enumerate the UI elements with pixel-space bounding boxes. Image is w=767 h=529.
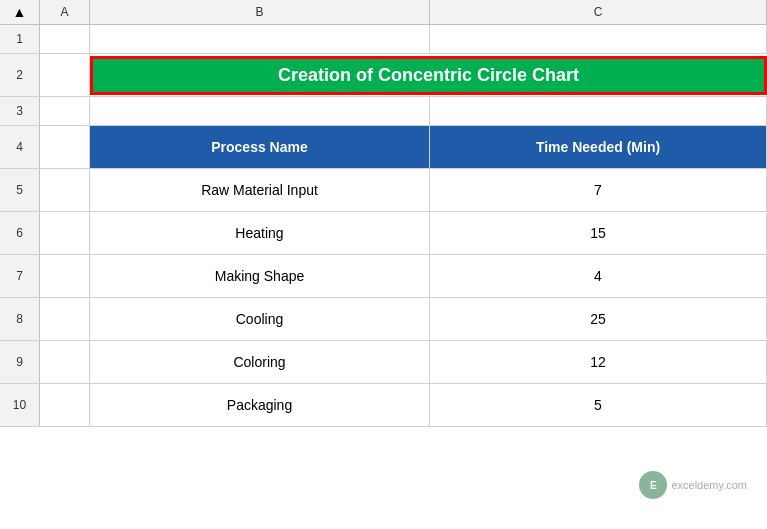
- col-header-b: B: [90, 0, 430, 24]
- row-6: 6 Heating 15: [0, 212, 767, 255]
- cell-5b: Raw Material Input: [90, 169, 430, 211]
- title-text: Creation of Concentric Circle Chart: [278, 65, 579, 85]
- watermark-text: exceldemy.com: [671, 479, 747, 491]
- cell-10a: [40, 384, 90, 426]
- row-8: 8 Cooling 25: [0, 298, 767, 341]
- row-10: 10 Packaging 5: [0, 384, 767, 427]
- corner-icon: ▲: [13, 4, 27, 20]
- row-num-7: 7: [0, 255, 40, 297]
- cell-10b: Packaging: [90, 384, 430, 426]
- row-1: 1: [0, 25, 767, 54]
- row-3: 3: [0, 97, 767, 126]
- cell-1a: [40, 25, 90, 53]
- cell-6a: [40, 212, 90, 254]
- cell-6b: Heating: [90, 212, 430, 254]
- row-num-4: 4: [0, 126, 40, 168]
- cell-10c: 5: [430, 384, 767, 426]
- cell-8c: 25: [430, 298, 767, 340]
- col-header-c: C: [430, 0, 767, 24]
- row-num-9: 9: [0, 341, 40, 383]
- cell-8a: [40, 298, 90, 340]
- cell-3c: [430, 97, 767, 125]
- row-9: 9 Coloring 12: [0, 341, 767, 384]
- cell-5a: [40, 169, 90, 211]
- cell-8b: Cooling: [90, 298, 430, 340]
- cell-6c: 15: [430, 212, 767, 254]
- corner-cell: ▲: [0, 0, 40, 24]
- row-2: 2 Creation of Concentric Circle Chart: [0, 54, 767, 97]
- title-box: Creation of Concentric Circle Chart: [90, 56, 767, 95]
- row-num-8: 8: [0, 298, 40, 340]
- watermark-icon: E: [639, 471, 667, 499]
- col-header-a: A: [40, 0, 90, 24]
- row-num-10: 10: [0, 384, 40, 426]
- cell-9a: [40, 341, 90, 383]
- cell-9b: Coloring: [90, 341, 430, 383]
- cell-7c: 4: [430, 255, 767, 297]
- cell-1b: [90, 25, 430, 53]
- row-5: 5 Raw Material Input 7: [0, 169, 767, 212]
- title-cell: Creation of Concentric Circle Chart: [90, 54, 767, 96]
- row-num-6: 6: [0, 212, 40, 254]
- row-num-3: 3: [0, 97, 40, 125]
- cell-2a: [40, 54, 90, 96]
- table-header-time: Time Needed (Min): [430, 126, 767, 168]
- row-num-5: 5: [0, 169, 40, 211]
- row-num-1: 1: [0, 25, 40, 53]
- cell-3b: [90, 97, 430, 125]
- cell-3a: [40, 97, 90, 125]
- cell-1c: [430, 25, 767, 53]
- cell-4a: [40, 126, 90, 168]
- table-header-process: Process Name: [90, 126, 430, 168]
- spreadsheet: ▲ A B C 1 2 Creation of Concentric Circl…: [0, 0, 767, 529]
- column-headers: ▲ A B C: [0, 0, 767, 25]
- cell-9c: 12: [430, 341, 767, 383]
- cell-7a: [40, 255, 90, 297]
- watermark: E exceldemy.com: [639, 471, 747, 499]
- row-7: 7 Making Shape 4: [0, 255, 767, 298]
- cell-5c: 7: [430, 169, 767, 211]
- row-num-2: 2: [0, 54, 40, 96]
- cell-7b: Making Shape: [90, 255, 430, 297]
- row-4: 4 Process Name Time Needed (Min): [0, 126, 767, 169]
